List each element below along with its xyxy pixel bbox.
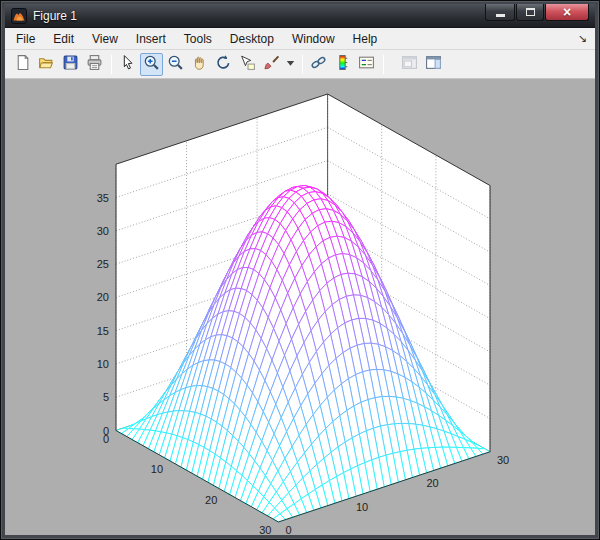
show-plot-tools-icon: [425, 54, 442, 75]
window-title: Figure 1: [33, 9, 77, 23]
figure-canvas[interactable]: 0510152025303501020300102030: [5, 79, 595, 535]
insert-colorbar-icon: [334, 54, 351, 75]
link-plot-icon: [310, 54, 327, 75]
maximize-button[interactable]: [516, 4, 544, 21]
z-tick-label: 25: [97, 258, 109, 270]
brush-dropdown-icon: [282, 54, 299, 75]
zoom-in-icon: [143, 54, 160, 75]
z-tick-label: 20: [97, 291, 109, 303]
pan-icon: [191, 54, 208, 75]
menu-item-window[interactable]: Window: [283, 29, 344, 49]
menu-item-insert[interactable]: Insert: [127, 29, 175, 49]
z-tick-label: 5: [103, 391, 109, 403]
dock-figure-icon[interactable]: ↘: [578, 32, 595, 45]
rotate-3d-icon: [215, 54, 232, 75]
minimize-button[interactable]: [485, 4, 515, 21]
x-tick-label: 20: [205, 494, 217, 506]
toolbar-separator: [302, 55, 303, 74]
z-tick-label: 15: [97, 325, 109, 337]
z-tick-label: 10: [97, 358, 109, 370]
insert-legend-button[interactable]: [355, 53, 378, 76]
toolbar-separator: [111, 55, 112, 74]
pan-button[interactable]: [188, 53, 211, 76]
data-cursor-button[interactable]: [236, 53, 259, 76]
brush-dropdown-button[interactable]: [284, 53, 297, 76]
menu-item-help[interactable]: Help: [344, 29, 387, 49]
insert-colorbar-button[interactable]: [331, 53, 354, 76]
toolbar-separator: [383, 55, 384, 74]
x-tick-label: 10: [151, 463, 163, 475]
open-file-icon: [38, 54, 55, 75]
print-figure-icon: [86, 54, 103, 75]
title-bar[interactable]: Figure 1 ×: [5, 4, 595, 28]
toolbar: [5, 50, 595, 79]
window-controls: ×: [484, 4, 589, 21]
y-tick-label: 10: [356, 501, 368, 513]
y-tick-label: 30: [497, 454, 509, 466]
y-tick-label: 0: [285, 524, 291, 535]
brush-data-button[interactable]: [260, 53, 283, 76]
close-icon: ×: [563, 5, 571, 19]
z-tick-label: 35: [97, 192, 109, 204]
insert-legend-icon: [358, 54, 375, 75]
y-tick-label: 20: [427, 477, 439, 489]
link-plot-button[interactable]: [307, 53, 330, 76]
edit-plot-button[interactable]: [116, 53, 139, 76]
hide-plot-tools-button[interactable]: [398, 53, 421, 76]
hide-plot-tools-icon: [401, 54, 418, 75]
menu-item-edit[interactable]: Edit: [44, 29, 83, 49]
save-figure-icon: [62, 54, 79, 75]
figure-area: 0510152025303501020300102030: [5, 79, 595, 535]
data-cursor-icon: [239, 54, 256, 75]
x-tick-label: 30: [259, 524, 271, 535]
new-figure-button[interactable]: [11, 53, 34, 76]
zoom-out-icon: [167, 54, 184, 75]
open-file-button[interactable]: [35, 53, 58, 76]
zoom-in-button[interactable]: [140, 53, 163, 76]
print-figure-button[interactable]: [83, 53, 106, 76]
save-figure-button[interactable]: [59, 53, 82, 76]
close-button[interactable]: ×: [545, 4, 589, 21]
x-tick-label: 0: [103, 433, 109, 445]
new-figure-icon: [14, 54, 31, 75]
edit-plot-icon: [119, 54, 136, 75]
matlab-icon: [11, 8, 27, 24]
show-plot-tools-button[interactable]: [422, 53, 445, 76]
brush-data-icon: [263, 54, 280, 75]
menu-item-view[interactable]: View: [83, 29, 127, 49]
minimize-icon: [496, 14, 505, 17]
z-tick-label: 30: [97, 225, 109, 237]
figure-window: Figure 1 × FileEditViewInsertToolsDeskto…: [0, 0, 600, 540]
rotate-3d-button[interactable]: [212, 53, 235, 76]
menu-item-desktop[interactable]: Desktop: [221, 29, 283, 49]
zoom-out-button[interactable]: [164, 53, 187, 76]
maximize-icon: [526, 8, 535, 16]
menu-item-tools[interactable]: Tools: [175, 29, 221, 49]
menu-bar: FileEditViewInsertToolsDesktopWindowHelp…: [5, 28, 595, 50]
menu-item-file[interactable]: File: [7, 29, 44, 49]
